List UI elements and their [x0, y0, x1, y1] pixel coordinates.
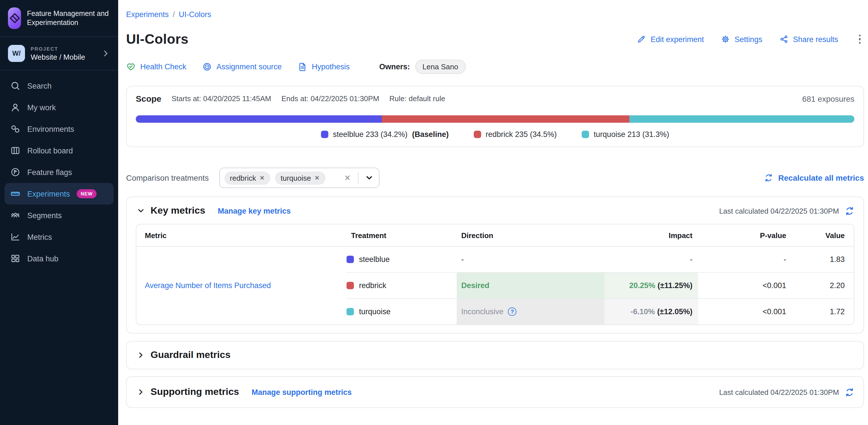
select-divider [358, 172, 358, 184]
people-icon [10, 210, 21, 220]
baseline-label: (Baseline) [412, 130, 449, 139]
assignment-source-link[interactable]: Assignment source [202, 62, 282, 71]
board-columns-icon [10, 146, 21, 156]
project-switcher[interactable]: W/ PROJECT Website / Mobile [0, 37, 118, 70]
impact-cell: 20.25% (±11.25%) [604, 273, 698, 298]
legend-label: turquoise 213 (31.3%) [594, 130, 669, 139]
sidebar-item-environments[interactable]: Environments [4, 118, 114, 140]
last-calculated: Last calculated 04/22/2025 01:30PM [719, 206, 855, 216]
new-badge: NEW [77, 189, 97, 198]
refresh-icon[interactable] [845, 387, 855, 397]
value-cell: 1.83 [792, 247, 854, 272]
app-header: Feature Management and Experimentation [0, 0, 118, 37]
experiment-meta-row: Health Check Assignment source Hypothesi… [126, 60, 864, 74]
exposures-count: 681 exposures [802, 94, 855, 103]
sidebar-item-segments[interactable]: Segments [4, 205, 114, 226]
sidebar-item-label: Rollout board [27, 146, 73, 155]
manage-supporting-metrics-link[interactable]: Manage supporting metrics [252, 388, 352, 396]
owners-label: Owners: [379, 62, 410, 71]
legend-item-redbrick: redbrick 235 (34.5%) [474, 130, 557, 139]
sidebar-item-my-work[interactable]: My work [4, 97, 114, 118]
treatment-swatch [346, 256, 354, 263]
table-row-redbrick: redbrick Desired 20.25% (±11.25%) <0.001… [346, 273, 854, 299]
chip-remove-icon[interactable]: ✕ [314, 174, 319, 182]
supporting-metrics-card: Supporting metrics Manage supporting met… [126, 376, 864, 408]
header-actions: Edit experiment Settings Share results [637, 33, 864, 45]
share-results-label: Share results [793, 35, 838, 43]
treatment-distribution-bar [136, 115, 855, 123]
breadcrumb-separator: / [173, 10, 175, 19]
scope-starts-at: Starts at: 04/20/2025 11:45AM [172, 94, 271, 103]
collapse-chevron-down-icon[interactable] [136, 206, 146, 216]
treatment-name: redbrick [359, 281, 386, 290]
recalculate-all-metrics-button[interactable]: Recalculate all metrics [764, 173, 864, 182]
sidebar-item-metrics[interactable]: Metrics [4, 226, 114, 248]
sidebar-item-experiments[interactable]: Experiments NEW [4, 183, 114, 205]
chip-redbrick[interactable]: redbrick ✕ [224, 171, 270, 184]
key-metrics-table: Metric Treatment Direction Impact P-valu… [136, 224, 855, 325]
project-label: PROJECT [31, 46, 85, 52]
health-check-link[interactable]: Health Check [126, 62, 186, 71]
share-results-button[interactable]: Share results [779, 35, 838, 44]
sidebar-item-label: Segments [27, 211, 62, 220]
clear-selection-icon[interactable]: ✕ [344, 173, 351, 182]
metric-cell: Average Number of Items Purchased [136, 247, 346, 325]
last-calculated-text: Last calculated 04/22/2025 01:30PM [719, 207, 839, 215]
sidebar-item-rollout-board[interactable]: Rollout board [4, 140, 114, 161]
comparison-treatments-select[interactable]: redbrick ✕ turquoise ✕ ✕ [219, 168, 379, 188]
page-title: UI-Colors [126, 31, 189, 47]
title-bar: UI-Colors Edit experiment Settings Share… [126, 31, 864, 47]
chip-turquoise[interactable]: turquoise ✕ [275, 171, 325, 184]
sidebar-item-data-hub[interactable]: Data hub [4, 248, 114, 269]
manage-key-metrics-link[interactable]: Manage key metrics [218, 207, 291, 215]
comparison-treatments-label: Comparison treatments [126, 173, 209, 182]
refresh-icon [764, 173, 773, 182]
impact-cell: - [604, 247, 698, 272]
breadcrumb-experiments-link[interactable]: Experiments [126, 10, 169, 19]
hypothesis-link[interactable]: Hypothesis [298, 62, 350, 71]
steelblue-swatch [321, 131, 328, 138]
flag-circle-icon [10, 167, 21, 177]
hexagons-icon [10, 124, 21, 134]
share-icon [779, 35, 788, 44]
line-chart-icon [10, 232, 21, 242]
treatment-name: steelblue [359, 255, 390, 264]
column-header-metric: Metric [136, 231, 346, 240]
column-header-impact: Impact [604, 231, 698, 240]
gear-icon [721, 35, 730, 44]
chip-label: turquoise [281, 174, 311, 182]
question-circle-icon[interactable]: ? [508, 307, 517, 316]
sidebar-item-search[interactable]: Search [4, 75, 114, 97]
heart-check-icon [126, 62, 136, 71]
ruler-icon [10, 189, 21, 199]
expand-chevron-right-icon[interactable] [136, 350, 146, 360]
refresh-icon[interactable] [845, 206, 855, 216]
scope-rule: Rule: default rule [390, 94, 445, 103]
sidebar-item-label: Search [27, 82, 52, 90]
more-options-button[interactable] [855, 33, 864, 45]
direction-cell: - [457, 247, 604, 272]
settings-button[interactable]: Settings [721, 35, 762, 44]
key-metrics-title: Key metrics [151, 205, 205, 216]
app-title: Feature Management and Experimentation [27, 9, 110, 27]
supporting-metrics-title: Supporting metrics [151, 386, 239, 398]
scope-title: Scope [136, 94, 161, 103]
chevron-down-icon[interactable] [365, 174, 373, 182]
owner-pill[interactable]: Lena Sano [415, 60, 466, 74]
metric-link[interactable]: Average Number of Items Purchased [145, 281, 271, 290]
p-value-cell: - [698, 247, 792, 272]
legend-item-steelblue: steelblue 233 (34.2%) (Baseline) [321, 130, 449, 139]
edit-experiment-button[interactable]: Edit experiment [637, 35, 704, 44]
last-calculated-text: Last calculated 04/22/2025 01:30PM [719, 388, 839, 396]
distribution-segment-turquoise [629, 115, 855, 123]
sidebar-item-feature-flags[interactable]: Feature flags [4, 161, 114, 183]
expand-chevron-right-icon[interactable] [136, 387, 146, 397]
user-icon [10, 102, 21, 113]
settings-label: Settings [735, 35, 762, 43]
search-icon [10, 81, 21, 91]
chip-label: redbrick [230, 174, 256, 182]
table-header-row: Metric Treatment Direction Impact P-valu… [136, 224, 854, 247]
chip-remove-icon[interactable]: ✕ [259, 174, 265, 182]
breadcrumb-current-link[interactable]: UI-Colors [179, 10, 211, 19]
scope-card: Scope Starts at: 04/20/2025 11:45AM Ends… [126, 86, 864, 147]
